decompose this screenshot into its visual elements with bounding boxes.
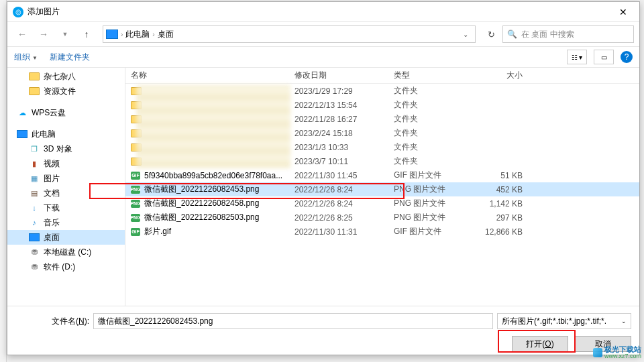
file-row[interactable]: GIF影片.gif2022/11/30 11:31GIF 图片文件12,866 … (125, 225, 639, 239)
file-name: 5f9340bba899a5cb82ed06e3f78f0aa... (144, 171, 282, 180)
file-date: 2023/1/3 10:33 (294, 143, 394, 152)
file-type-filter[interactable]: 所有图片(*.gif;*.tbi;*.jpg;*.tif;*. ⌄ (497, 313, 631, 329)
video-icon: ▮ (29, 159, 40, 168)
gif-icon: GIF (131, 172, 140, 180)
back-button[interactable]: ← (13, 25, 32, 43)
png-icon: PNG (131, 214, 140, 222)
sidebar-item-label: 图片 (44, 173, 60, 184)
file-row[interactable]: PNG微信截图_20221226082458.png2022/12/26 8:2… (125, 196, 639, 210)
file-size: 51 KB (473, 171, 533, 180)
sidebar-item-label: 软件 (D:) (44, 261, 75, 273)
new-folder-button[interactable]: 新建文件夹 (50, 52, 90, 63)
sidebar-item-label: WPS云盘 (32, 107, 66, 119)
file-date: 2023/1/29 17:29 (294, 86, 394, 96)
search-placeholder: 在 桌面 中搜索 (521, 29, 574, 40)
sidebar-item[interactable]: ❒3D 对象 (7, 141, 125, 156)
search-input[interactable]: 🔍 在 桌面 中搜索 (502, 25, 634, 43)
file-name: 影片.gif (144, 226, 171, 237)
file-type: 文件夹 (394, 113, 473, 125)
file-type: 文件夹 (394, 141, 473, 153)
file-name: 微信截图_20221226082503.png (144, 212, 259, 223)
file-type: 文件夹 (394, 99, 473, 111)
sidebar-item-label: 音乐 (44, 217, 60, 229)
cancel-button[interactable]: 取消 (575, 336, 631, 352)
file-type: GIF 图片文件 (394, 170, 473, 181)
file-size: 12,866 KB (473, 227, 533, 237)
sidebar-item-label: 本地磁盘 (C:) (44, 247, 91, 258)
view-mode-button[interactable]: ☷ ▾ (567, 50, 587, 64)
doc-icon: ▤ (29, 188, 40, 198)
sidebar-item[interactable]: ♪音乐 (7, 215, 125, 230)
sidebar-item[interactable]: 桌面 (7, 230, 125, 245)
sidebar-item-label: 杂七杂八 (44, 71, 76, 82)
breadcrumb-item[interactable]: 桌面 (155, 29, 176, 40)
file-size: 297 KB (473, 213, 533, 223)
pc-icon (106, 29, 118, 39)
file-date: 2022/12/13 15:54 (294, 101, 394, 110)
file-name: 微信截图_20221226082458.png (144, 198, 259, 209)
column-date[interactable]: 修改日期 (294, 70, 394, 81)
sidebar-item[interactable]: ▤文档 (7, 186, 125, 200)
file-row[interactable]: GIF5f9340bba899a5cb82ed06e3f78f0aa...202… (125, 168, 639, 182)
refresh-button[interactable]: ↻ (482, 25, 500, 43)
open-button[interactable]: 打开(O) (512, 336, 568, 352)
wps-icon: ☁ (17, 108, 28, 117)
file-name: 微信截图_20221226082453.png (144, 184, 259, 195)
titlebar: ◎ 添加图片 ✕ (7, 2, 639, 22)
file-type: PNG 图片文件 (394, 198, 473, 209)
column-headers: 名称 修改日期 类型 大小 (125, 68, 639, 84)
dl-icon: ↓ (29, 203, 40, 213)
search-icon: 🔍 (507, 29, 517, 39)
file-type: 文件夹 (394, 127, 473, 139)
breadcrumb-bar[interactable]: › 此电脑 › 桌面 ⌄ (103, 25, 476, 43)
background-app-strip (0, 0, 7, 362)
sidebar-item-label: 3D 对象 (44, 143, 72, 155)
close-button[interactable]: ✕ (610, 3, 637, 21)
sidebar-item[interactable]: ⛃软件 (D:) (7, 259, 125, 274)
sidebar-item[interactable]: 此电脑 (7, 127, 125, 141)
pc-icon (17, 130, 28, 138)
sidebar-item[interactable]: ↓下载 (7, 200, 125, 215)
file-date: 2023/2/24 15:18 (294, 129, 394, 138)
file-size: 452 KB (473, 185, 533, 194)
png-icon: PNG (131, 186, 140, 194)
file-date: 2022/12/26 8:24 (294, 199, 394, 208)
column-name[interactable]: 名称 (125, 70, 294, 81)
sidebar-item-label: 下载 (44, 202, 60, 214)
filename-input[interactable] (93, 313, 493, 329)
window-title: 添加图片 (28, 6, 610, 17)
filename-label: 文件名(N): (15, 316, 89, 327)
help-button[interactable]: ? (621, 51, 633, 63)
preview-pane-button[interactable]: ▭ (594, 50, 614, 64)
sidebar-item[interactable]: ⛃本地磁盘 (C:) (7, 245, 125, 259)
drive-icon: ⛃ (29, 262, 40, 272)
breadcrumb-item[interactable]: 此电脑 (123, 29, 152, 40)
file-row[interactable]: PNG微信截图_20221226082453.png2022/12/26 8:2… (125, 182, 639, 196)
file-list-pane: 名称 修改日期 类型 大小 2023/1/29 17:29文件夹2022/12/… (125, 68, 639, 306)
file-date: 2022/12/26 8:25 (294, 213, 394, 223)
sidebar-item-label: 桌面 (44, 232, 60, 243)
recent-dropdown[interactable]: ▼ (56, 25, 74, 43)
sidebar-item[interactable]: ▮视频 (7, 156, 125, 171)
folder-icon (29, 87, 40, 95)
file-date: 2022/12/26 8:24 (294, 185, 394, 194)
app-icon: ◎ (13, 7, 23, 17)
forward-button: → (34, 25, 53, 43)
sidebar-item-label: 此电脑 (32, 129, 56, 140)
sidebar-item[interactable]: 杂七杂八 (7, 69, 125, 84)
chevron-down-icon[interactable]: ⌄ (459, 31, 472, 38)
desk-icon (29, 233, 40, 241)
bottom-bar: 文件名(N): 所有图片(*.gif;*.tbi;*.jpg;*.tif;*. … (7, 306, 639, 357)
sidebar-item-label: 资源文件 (44, 86, 76, 97)
column-size[interactable]: 大小 (473, 70, 533, 81)
file-row[interactable]: PNG微信截图_20221226082503.png2022/12/26 8:2… (125, 210, 639, 225)
column-type[interactable]: 类型 (394, 70, 473, 81)
sidebar-item[interactable]: ☁WPS云盘 (7, 105, 125, 120)
up-button[interactable]: ↑ (77, 25, 96, 43)
sidebar-item[interactable]: 资源文件 (7, 84, 125, 99)
file-type: 文件夹 (394, 156, 473, 167)
file-type: GIF 图片文件 (394, 226, 473, 237)
toolbar: 组织▼ 新建文件夹 ☷ ▾ ▭ ? (7, 46, 639, 68)
organize-menu[interactable]: 组织▼ (14, 52, 38, 63)
sidebar-item[interactable]: ▦图片 (7, 171, 125, 186)
